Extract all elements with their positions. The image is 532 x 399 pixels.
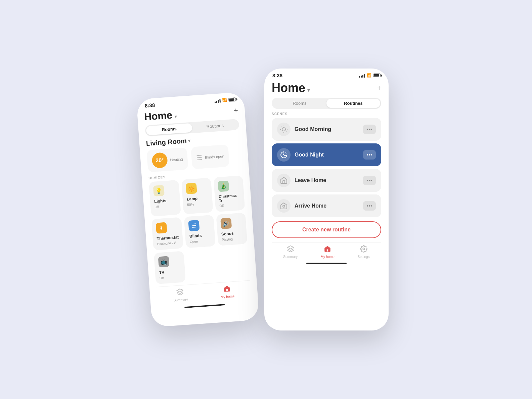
nav-summary-label-right: Summary: [283, 255, 298, 259]
right-phone-content: Home ▾ + Rooms Routines SCENES: [264, 80, 389, 264]
lamp-status: 50%: [187, 202, 209, 207]
heating-label: Heating: [170, 157, 183, 162]
svg-point-2: [282, 128, 285, 131]
home-title-left: Home ▾: [144, 109, 177, 123]
arrive-home-icon: [277, 199, 291, 213]
wifi-icon-left: 📶: [222, 98, 227, 102]
nav-summary-right[interactable]: Summary: [283, 245, 298, 259]
leave-home-label: Leave Home: [295, 177, 326, 183]
christmas-status: Off: [219, 203, 241, 208]
nav-summary-label-left: Summary: [173, 298, 188, 302]
home-title-right: Home ▾: [272, 81, 310, 95]
blinds-icon: ☰: [188, 220, 200, 231]
blinds-card[interactable]: ☰ Blinds open: [191, 144, 230, 169]
svg-point-12: [283, 205, 285, 207]
blinds-status: Open: [190, 238, 211, 243]
tab-rooms-right[interactable]: Rooms: [273, 99, 326, 108]
bottom-nav-right: Summary My home Settings: [272, 242, 381, 262]
blinds-overview-label: Blinds open: [205, 154, 224, 160]
nav-myhome-label-left: My home: [221, 294, 235, 299]
good-morning-icon: [277, 123, 291, 136]
scenes-label: SCENES: [272, 112, 381, 116]
arrive-home-menu[interactable]: •••: [363, 201, 376, 211]
thermostat-name: Thermostat: [157, 235, 179, 241]
routine-good-night[interactable]: Good Night •••: [272, 143, 381, 166]
good-night-label: Good Night: [295, 152, 324, 158]
wifi-icon-right: 📶: [367, 73, 371, 78]
christmas-name: Christmas Tr: [219, 193, 240, 203]
good-night-icon: [277, 148, 291, 162]
right-phone: 8:38 📶 Home ▾ +: [264, 69, 389, 330]
overview-row-left: 20° Heating ☰ Blinds open: [146, 144, 242, 172]
device-tv[interactable]: 📺 TV On: [154, 251, 186, 284]
lamp-name: Lamp: [187, 195, 208, 202]
device-lamp[interactable]: 🔆 Lamp 50%: [181, 178, 213, 214]
thermostat-status: Heating to 21°: [157, 241, 179, 246]
svg-rect-14: [327, 249, 329, 252]
lamp-icon: 🔆: [186, 183, 197, 194]
svg-rect-11: [283, 181, 285, 183]
create-routine-button[interactable]: Create new routine: [272, 221, 381, 238]
tab-routines-right[interactable]: Routines: [326, 99, 380, 108]
status-time-right: 8:38: [272, 73, 282, 78]
status-icons-left: 📶: [214, 97, 236, 103]
home-indicator-right: [306, 263, 347, 264]
lights-status: Off: [154, 204, 177, 209]
tabs-right: Rooms Routines: [272, 98, 381, 109]
device-sonos[interactable]: 🔊 Sonos Playing: [216, 213, 248, 246]
lights-name: Lights: [154, 197, 176, 204]
good-night-menu[interactable]: •••: [363, 150, 376, 160]
signal-icon-left: [214, 98, 221, 103]
home-icon-right: [324, 245, 331, 254]
routine-leave-home[interactable]: Leave Home •••: [272, 169, 381, 192]
device-lights[interactable]: 💡 Lights Off: [149, 180, 181, 217]
device-blinds[interactable]: ☰ Blinds Open: [184, 215, 216, 248]
layers-icon-left: [176, 288, 184, 297]
temp-circle: 20°: [151, 152, 168, 169]
nav-summary-left[interactable]: Summary: [173, 288, 188, 302]
tv-name: TV: [159, 269, 181, 275]
nav-myhome-left[interactable]: My home: [220, 284, 235, 299]
good-morning-menu[interactable]: •••: [363, 125, 376, 134]
bottom-nav-left: Summary My home: [156, 280, 252, 308]
nav-settings-right[interactable]: Settings: [358, 245, 370, 259]
add-button-left[interactable]: +: [233, 106, 238, 115]
left-phone-content: Home ▾ + Rooms Routines Living Room ▾ 20…: [137, 103, 258, 311]
heating-card[interactable]: 20° Heating: [146, 147, 188, 172]
tab-routines-left[interactable]: Routines: [192, 120, 238, 132]
layers-icon-right: [287, 245, 294, 254]
svg-point-10: [286, 153, 287, 153]
home-icon-left: [223, 285, 231, 294]
svg-point-15: [363, 248, 365, 250]
blinds-name: Blinds: [189, 232, 211, 238]
status-icons-right: 📶: [359, 73, 381, 78]
battery-icon-right: [373, 74, 381, 77]
device-thermostat[interactable]: 🌡 Thermostat Heating to 21°: [151, 217, 184, 250]
christmas-icon: 🎄: [218, 180, 229, 192]
nav-myhome-label-right: My home: [321, 255, 335, 259]
leave-home-menu[interactable]: •••: [363, 176, 376, 185]
sonos-name: Sonos: [221, 230, 243, 236]
arrive-home-label: Arrive Home: [295, 203, 326, 209]
lights-icon: 💡: [153, 185, 165, 196]
tv-status: On: [160, 275, 182, 280]
routine-arrive-home[interactable]: Arrive Home •••: [272, 194, 381, 217]
device-christmas[interactable]: 🎄 Christmas Tr Off: [213, 175, 245, 212]
status-bar-right: 8:38 📶: [264, 69, 389, 80]
good-morning-label: Good Morning: [295, 126, 331, 132]
sonos-status: Playing: [222, 236, 243, 241]
left-phone: 8:38 📶 Home ▾ +: [136, 92, 260, 327]
svg-rect-1: [226, 289, 228, 292]
tab-rooms-left[interactable]: Rooms: [146, 123, 192, 135]
blinds-overview-icon: ☰: [196, 153, 203, 162]
phones-container: 8:38 📶 Home ▾ +: [143, 69, 389, 330]
gear-icon-right: [360, 245, 367, 254]
right-phone-header: Home ▾ +: [272, 80, 381, 98]
nav-myhome-right[interactable]: My home: [321, 245, 335, 259]
svg-point-9: [285, 152, 286, 153]
status-time-left: 8:38: [145, 102, 155, 108]
add-button-right[interactable]: +: [377, 84, 381, 92]
routine-good-morning[interactable]: Good Morning •••: [272, 118, 381, 141]
svg-line-6: [286, 131, 286, 132]
svg-marker-0: [177, 289, 183, 292]
